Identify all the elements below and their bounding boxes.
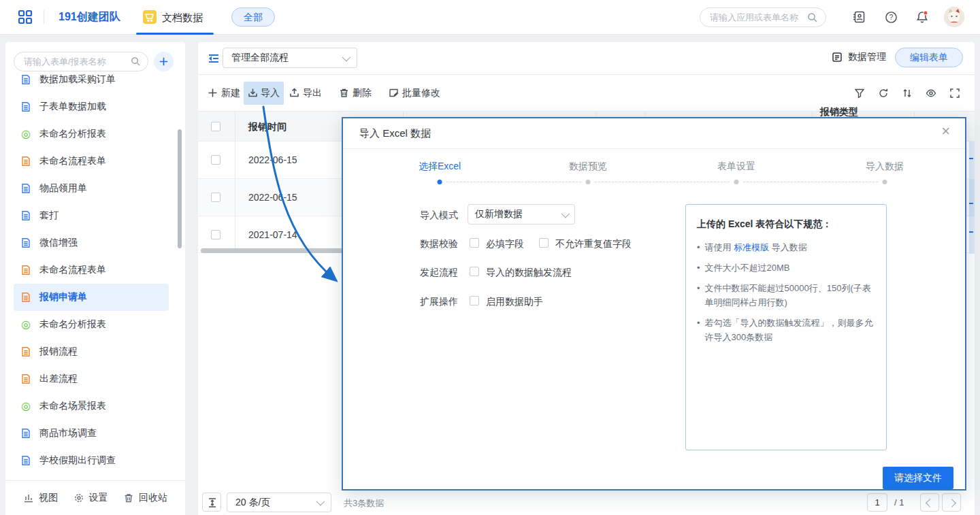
row-checkbox[interactable] [211,230,220,239]
cell-date: 2022-06-15 [248,192,297,203]
settings-button[interactable]: 设置 [74,492,108,504]
sidebar-item[interactable]: 物品领用单 [5,175,177,202]
prev-page-button[interactable] [920,493,939,512]
step-data-preview[interactable]: 数据预览 [569,161,607,173]
required-fields-checkbox[interactable] [470,238,479,248]
sidebar-item-label: 商品市场调查 [39,427,97,439]
scope-all-pill[interactable]: 全部 [231,7,275,27]
batch-edit-button[interactable]: 批量修改 [389,75,440,111]
edit-form-button[interactable]: 编辑表单 [895,48,963,67]
page-size-value: 20 条/页 [235,497,270,509]
add-form-button[interactable] [154,52,174,71]
sidebar-item[interactable]: 未命名流程表单 [5,256,177,284]
step-dot [883,180,887,184]
new-button[interactable]: 新建 [208,75,240,111]
page-size-select[interactable]: 20 条/页 [227,493,331,512]
row-checkbox[interactable] [211,155,220,165]
sidebar-item-label: 报销流程 [39,346,78,358]
next-page-button[interactable] [942,493,961,512]
contacts-icon[interactable] [852,10,866,24]
team-name[interactable]: 191创建团队 [59,10,120,24]
sidebar-item[interactable]: ◎ 未命名场景报表 [5,393,177,420]
sidebar-item-selected[interactable]: 报销申请单 [14,284,169,311]
page-number-input[interactable]: 1 [867,493,887,512]
user-avatar[interactable] [944,7,964,27]
trigger-flow-checkbox[interactable] [470,267,479,276]
sidebar-item[interactable]: 套打 [5,202,177,229]
step-import-data[interactable]: 导入数据 [866,161,904,173]
form-list: 数据加载采购订单 子表单数据加载 ◎ 未命名分析报表 未命名流程表单 物品领用单… [5,71,177,488]
trigger-flow-label[interactable]: 导入的数据触发流程 [486,267,572,279]
refresh-icon[interactable] [878,88,889,99]
fit-rows-button[interactable] [202,493,221,512]
sidebar-item[interactable]: 报销流程 [5,338,177,365]
delete-label: 删除 [353,87,372,99]
sidebar-item[interactable]: 学校假期出行调查 [5,447,177,474]
table-tools [854,75,960,111]
sidebar-item[interactable]: 商品市场调查 [5,420,177,447]
sidebar-search-input[interactable] [24,53,126,70]
column-header-time[interactable]: 报销时间 [248,121,287,133]
collapse-sidebar-icon[interactable] [208,52,220,65]
tips-title: 上传的 Excel 表符合以下规范： [697,218,875,231]
upload-tips-panel: 上传的 Excel 表符合以下规范： • 请使用 标准模版 导入数据 •文件大小… [685,204,887,450]
help-icon[interactable]: ? [885,11,898,24]
no-duplicate-label[interactable]: 不允许重复值字段 [555,238,632,250]
delete-button[interactable]: 删除 [339,75,372,111]
app-name[interactable]: 文档数据 [162,12,203,24]
global-search-input[interactable] [710,9,805,26]
form-icon [20,74,31,85]
views-button[interactable]: 视图 [23,492,58,504]
step-select-excel[interactable]: 选择Excel [419,161,461,173]
import-button[interactable]: 导入 [244,75,284,111]
choose-file-button[interactable]: 请选择文件 [883,467,953,489]
standard-template-link[interactable]: 标准模版 [734,242,769,252]
sidebar-item-label: 微信增强 [39,237,78,249]
export-button[interactable]: 导出 [289,75,322,111]
row-checkbox[interactable] [211,193,220,202]
import-mode-select[interactable]: 仅新增数据 [468,204,575,225]
step-dot [438,180,442,184]
recycle-button[interactable]: 回收站 [123,492,167,504]
sidebar-item-label: 数据加载采购订单 [39,73,116,86]
select-all-checkbox[interactable] [211,122,220,131]
sort-icon[interactable] [902,88,913,99]
sidebar-item[interactable]: 数据加载采购订单 [5,71,177,93]
divider [44,10,44,24]
sidebar-item[interactable]: 子表单数据加载 [5,93,177,120]
dialog-title: 导入 Excel 数据 [359,127,431,140]
bell-icon[interactable] [915,10,929,24]
no-duplicate-checkbox[interactable] [539,238,549,248]
close-icon[interactable]: × [941,124,950,139]
sidebar-item-label: 子表单数据加载 [39,101,106,113]
data-manage-button[interactable]: 数据管理 [832,51,886,63]
sidebar-item[interactable]: ◎ 未命名分析报表 [5,120,177,148]
sidebar-item-label: 未命名分析报表 [39,318,106,331]
search-icon[interactable] [131,56,141,67]
sidebar-item[interactable]: 未命名流程表单 [5,148,177,175]
data-assistant-label[interactable]: 启用数据助手 [486,296,543,308]
global-search[interactable] [700,7,826,27]
flow-scope-select[interactable]: 管理全部流程 [223,48,357,68]
new-icon [208,88,218,98]
visibility-icon[interactable] [926,88,936,99]
search-icon[interactable] [807,12,818,23]
data-assistant-checkbox[interactable] [470,296,479,305]
apps-grid-icon[interactable] [18,10,33,24]
filter-icon[interactable] [854,88,865,99]
step-form-settings[interactable]: 表单设置 [717,161,755,173]
sidebar-scrollbar[interactable] [178,129,182,248]
sidebar-item[interactable]: 出差流程 [5,365,177,393]
form-icon [20,428,31,439]
sidebar-search[interactable] [14,52,148,71]
app-icon [143,10,157,24]
recycle-icon [123,493,134,503]
views-icon [23,493,34,503]
form-sidebar: 数据加载采购订单 子表单数据加载 ◎ 未命名分析报表 未命名流程表单 物品领用单… [5,42,185,515]
extend-ops-label: 扩展操作 [420,296,458,308]
required-fields-label[interactable]: 必填字段 [486,238,524,250]
sidebar-item[interactable]: 微信增强 [5,229,177,256]
form-icon [20,237,31,248]
fullscreen-icon[interactable] [949,88,960,99]
sidebar-item[interactable]: ◎ 未命名分析报表 [5,311,177,338]
